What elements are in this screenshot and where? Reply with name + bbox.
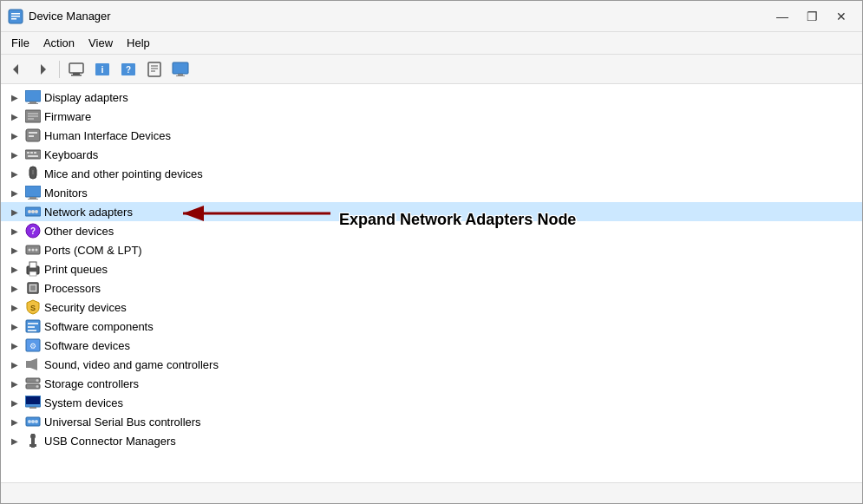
expander-hid[interactable]: ▶ <box>8 128 22 142</box>
tree-item-monitors[interactable]: ▶ Monitors <box>1 183 862 202</box>
tree-item-system[interactable]: ▶ System devices <box>1 393 862 412</box>
icon-security: S <box>25 299 41 315</box>
svg-rect-3 <box>11 18 16 20</box>
svg-point-41 <box>28 210 31 213</box>
expander-processor[interactable]: ▶ <box>8 281 22 295</box>
svg-point-68 <box>36 385 39 388</box>
computer-button[interactable] <box>64 58 88 81</box>
close-button[interactable]: ✕ <box>827 4 855 29</box>
tree-item-other[interactable]: ▶ ? Other devices <box>1 221 862 240</box>
tree-item-hid[interactable]: ▶ Human Interface Devices <box>1 126 862 145</box>
window-title: Device Manager <box>29 10 768 23</box>
tree-item-keyboard[interactable]: ▶ Keyboards <box>1 145 862 164</box>
svg-rect-38 <box>29 197 36 199</box>
icon-processor <box>25 280 41 296</box>
label-monitors: Monitors <box>44 187 88 200</box>
expander-mice[interactable]: ▶ <box>8 167 22 180</box>
expander-sound[interactable]: ▶ <box>8 357 22 371</box>
status-bar <box>1 482 862 503</box>
expander-other[interactable]: ▶ <box>8 224 22 238</box>
content-wrapper: ▶ Display adapters ▶ Firmware ▶ <box>1 84 862 482</box>
tree-panel[interactable]: ▶ Display adapters ▶ Firmware ▶ <box>1 84 862 482</box>
expander-storage[interactable]: ▶ <box>8 376 22 390</box>
svg-rect-17 <box>173 62 188 74</box>
svg-point-73 <box>28 420 31 423</box>
tree-item-software-comp[interactable]: ▶ Software components <box>1 317 862 336</box>
label-hid: Human Interface Devices <box>44 129 171 142</box>
svg-text:i: i <box>101 64 103 75</box>
expander-software-dev[interactable]: ▶ <box>8 338 22 352</box>
icon-software-dev: ⚙ <box>25 337 41 353</box>
menu-file[interactable]: File <box>4 34 36 53</box>
tree-item-display[interactable]: ▶ Display adapters <box>1 88 862 107</box>
menu-help[interactable]: Help <box>120 34 157 53</box>
svg-rect-1 <box>11 13 20 15</box>
label-display: Display adapters <box>44 91 128 104</box>
expander-ports[interactable]: ▶ <box>8 243 22 257</box>
expander-security[interactable]: ▶ <box>8 300 22 314</box>
svg-text:⚙: ⚙ <box>29 342 36 350</box>
icon-mice <box>25 166 41 181</box>
tree-item-network[interactable]: ▶ Network adapters <box>1 202 862 221</box>
svg-rect-31 <box>27 152 29 154</box>
tree-item-ports[interactable]: ▶ Ports (COM & LPT) <box>1 240 862 259</box>
title-bar: Device Manager — ❐ ✕ <box>1 1 862 32</box>
svg-rect-63 <box>26 361 30 368</box>
expander-software-comp[interactable]: ▶ <box>8 319 22 333</box>
help-info-button[interactable]: i <box>90 58 114 81</box>
icon-firmware <box>25 108 41 124</box>
tree-item-usb-conn[interactable]: ▶ USB Connector Managers <box>1 431 862 450</box>
tree-item-security[interactable]: ▶ S Security devices <box>1 298 862 317</box>
forward-button[interactable] <box>30 58 55 81</box>
icon-sound <box>25 357 41 372</box>
icon-print <box>25 261 41 277</box>
svg-rect-52 <box>29 272 36 276</box>
icon-software-comp <box>25 318 41 334</box>
tree-item-processor[interactable]: ▶ Processors <box>1 278 862 298</box>
label-storage: Storage controllers <box>44 377 139 390</box>
expander-firmware[interactable]: ▶ <box>8 109 22 123</box>
device-manager-window: Device Manager — ❐ ✕ File Action View He… <box>0 0 863 504</box>
svg-point-74 <box>31 420 35 423</box>
svg-rect-37 <box>25 186 41 197</box>
tree-item-software-dev[interactable]: ▶ ⚙ Software devices <box>1 336 862 355</box>
expander-usb-conn[interactable]: ▶ <box>8 434 22 448</box>
expander-keyboard[interactable]: ▶ <box>8 147 22 161</box>
label-processor: Processors <box>44 282 101 295</box>
svg-rect-78 <box>29 444 36 447</box>
search-help-button[interactable]: ? <box>116 58 141 81</box>
svg-text:?: ? <box>126 65 131 75</box>
tree-item-usb[interactable]: ▶ Universal Serial Bus controllers <box>1 412 862 431</box>
tree-item-print[interactable]: ▶ Print queues <box>1 259 862 278</box>
expander-network[interactable]: ▶ <box>8 205 22 219</box>
tree-item-mice[interactable]: ▶ Mice and other pointing devices <box>1 164 862 183</box>
svg-rect-30 <box>25 150 41 159</box>
expander-display[interactable]: ▶ <box>8 90 22 104</box>
properties-button[interactable] <box>142 58 167 81</box>
toolbar-sep-1 <box>59 61 60 78</box>
minimize-button[interactable]: — <box>768 4 796 29</box>
tree-item-firmware[interactable]: ▶ Firmware <box>1 107 862 126</box>
monitor-button[interactable] <box>168 58 193 81</box>
maximize-button[interactable]: ❐ <box>798 4 826 29</box>
expander-usb[interactable]: ▶ <box>8 415 22 429</box>
menu-view[interactable]: View <box>82 34 120 53</box>
svg-marker-5 <box>41 64 46 75</box>
expander-print[interactable]: ▶ <box>8 262 22 276</box>
label-software-comp: Software components <box>44 320 154 333</box>
icon-storage <box>25 376 41 391</box>
svg-rect-28 <box>29 132 37 134</box>
icon-display <box>25 89 41 105</box>
svg-rect-60 <box>28 330 36 331</box>
svg-point-47 <box>29 249 31 252</box>
back-button[interactable] <box>4 58 29 81</box>
tree-item-storage[interactable]: ▶ Storage controllers <box>1 374 862 393</box>
tree-item-sound[interactable]: ▶ Sound, video and game controllers <box>1 355 862 374</box>
icon-usb-conn <box>25 433 41 448</box>
svg-rect-39 <box>28 199 38 200</box>
expander-system[interactable]: ▶ <box>8 396 22 409</box>
expander-monitors[interactable]: ▶ <box>8 186 22 200</box>
menu-action[interactable]: Action <box>36 34 82 53</box>
label-firmware: Firmware <box>44 110 91 123</box>
label-software-dev: Software devices <box>44 339 130 352</box>
